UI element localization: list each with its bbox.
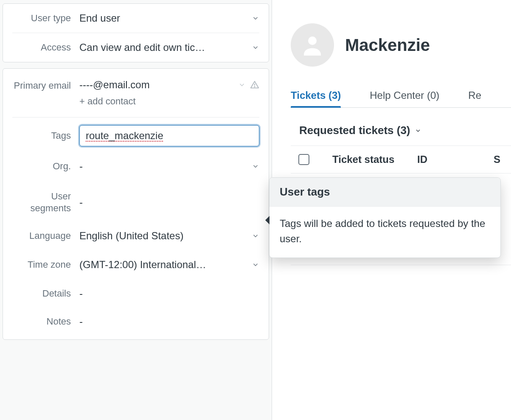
access-text: Can view and edit own tic…	[79, 42, 248, 53]
value-access[interactable]: Can view and edit own tic…	[79, 42, 259, 53]
chevron-down-icon	[252, 44, 259, 51]
tags-input[interactable]	[79, 125, 259, 146]
user-type-text: End user	[79, 12, 248, 24]
timezone-text: (GMT-12:00) International…	[79, 259, 248, 271]
field-tags: Tags	[3, 118, 269, 154]
chevron-down-icon	[252, 261, 259, 269]
chevron-down-icon	[252, 162, 259, 170]
requested-tickets-title[interactable]: Requested tickets (3)	[299, 124, 511, 137]
tab-reviews[interactable]: Re	[468, 84, 481, 107]
chevron-down-icon[interactable]	[238, 81, 246, 89]
field-user-segments: User segments -	[3, 183, 269, 221]
field-language[interactable]: Language English (United States)	[3, 221, 269, 250]
field-user-type[interactable]: User type End user	[3, 4, 269, 33]
tab-tickets[interactable]: Tickets (3)	[291, 84, 341, 107]
card-user-type-access: User type End user Access Can view and e…	[3, 3, 269, 62]
field-timezone[interactable]: Time zone (GMT-12:00) International…	[3, 250, 269, 279]
org-text: -	[79, 160, 248, 172]
warning-icon	[250, 80, 259, 90]
header-id[interactable]: ID	[417, 154, 494, 165]
label-user-type: User type	[12, 12, 79, 24]
avatar	[291, 23, 334, 67]
field-org[interactable]: Org. -	[3, 154, 269, 183]
label-details: Details	[12, 288, 79, 300]
value-user-type[interactable]: End user	[79, 12, 259, 24]
user-segments-text: -	[79, 196, 259, 208]
add-contact-button[interactable]: + add contact	[79, 96, 259, 107]
primary-email-text[interactable]: ----@email.com	[79, 79, 235, 91]
label-tags: Tags	[12, 130, 79, 142]
svg-point-2	[308, 36, 317, 45]
field-primary-email: Primary email ----@email.com + add conta…	[3, 69, 269, 117]
section-title-text: Requested tickets (3)	[299, 124, 410, 137]
label-timezone: Time zone	[12, 259, 79, 271]
profile-tabs: Tickets (3) Help Center (0) Re	[291, 84, 511, 108]
chevron-down-icon	[415, 127, 421, 134]
chevron-down-icon	[252, 232, 259, 240]
language-text: English (United States)	[79, 230, 248, 242]
tab-help-center[interactable]: Help Center (0)	[370, 84, 439, 107]
notes-text: -	[79, 316, 259, 328]
svg-point-1	[254, 87, 255, 87]
select-all-checkbox[interactable]	[298, 154, 309, 165]
profile-header: Mackenzie	[291, 23, 511, 67]
label-access: Access	[12, 42, 79, 53]
label-org: Org.	[12, 160, 79, 172]
field-access[interactable]: Access Can view and edit own tic…	[3, 33, 269, 62]
tooltip-body: Tags will be added to tickets requested …	[270, 207, 500, 258]
header-status[interactable]: Ticket status	[332, 154, 417, 165]
label-primary-email: Primary email	[12, 79, 79, 92]
label-user-segments: User segments	[12, 190, 79, 214]
app-root: User type End user Access Can view and e…	[0, 0, 511, 420]
label-language: Language	[12, 230, 79, 242]
chevron-down-icon	[252, 14, 259, 22]
field-notes[interactable]: Notes -	[3, 308, 269, 339]
header-subject[interactable]: S	[494, 154, 511, 165]
label-notes: Notes	[12, 316, 79, 328]
details-text: -	[79, 288, 259, 300]
user-properties-pane: User type End user Access Can view and e…	[0, 0, 272, 420]
table-header: Ticket status ID S	[291, 146, 511, 174]
user-tags-tooltip: User tags Tags will be added to tickets …	[269, 177, 501, 258]
profile-name: Mackenzie	[345, 36, 430, 55]
card-user-details: Primary email ----@email.com + add conta…	[3, 68, 269, 340]
tooltip-title: User tags	[270, 178, 500, 207]
field-details[interactable]: Details -	[3, 279, 269, 308]
